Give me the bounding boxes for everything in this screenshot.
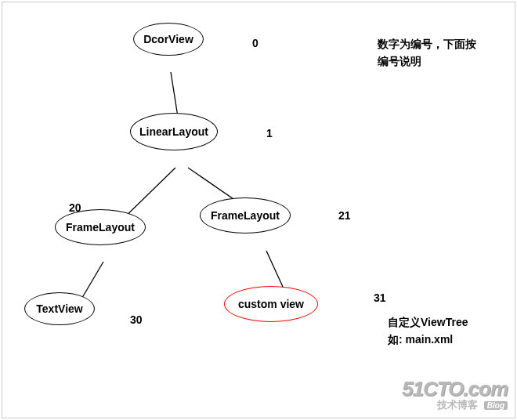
node-number: 31: [374, 291, 386, 304]
node-number: 1: [266, 127, 273, 139]
watermark: 51CTO.com 技术博客 Blog: [402, 377, 508, 412]
watermark-blog-badge: Blog: [484, 401, 508, 410]
note-line: 如: main.xml: [388, 331, 468, 348]
node-number: 0: [252, 37, 258, 49]
node-label: LinearLayout: [139, 125, 208, 138]
node-number: 20: [69, 201, 81, 214]
node-linearlayout: LinearLayout: [130, 113, 218, 150]
node-label: custom view: [238, 298, 304, 310]
node-dcorview: DcorView: [133, 23, 204, 56]
node-label: DcorView: [143, 33, 193, 45]
node-label: FrameLayout: [211, 209, 280, 222]
note-top: 数字为编号，下面按 编号说明: [378, 35, 476, 71]
note-line: 编号说明: [378, 52, 476, 70]
node-framelayout-left: FrameLayout: [55, 209, 146, 245]
note-line: 数字为编号，下面按: [378, 35, 476, 52]
node-framelayout-right: FrameLayout: [200, 197, 291, 234]
node-textview: TextView: [24, 292, 95, 325]
node-number: 30: [130, 313, 143, 326]
node-label: FrameLayout: [66, 221, 135, 234]
node-label: TextView: [36, 302, 82, 315]
node-number: 21: [338, 209, 351, 222]
note-line: 自定义ViewTree: [388, 313, 468, 331]
node-custom-view: custom view: [224, 286, 318, 322]
note-bottom: 自定义ViewTree 如: main.xml: [388, 313, 468, 349]
